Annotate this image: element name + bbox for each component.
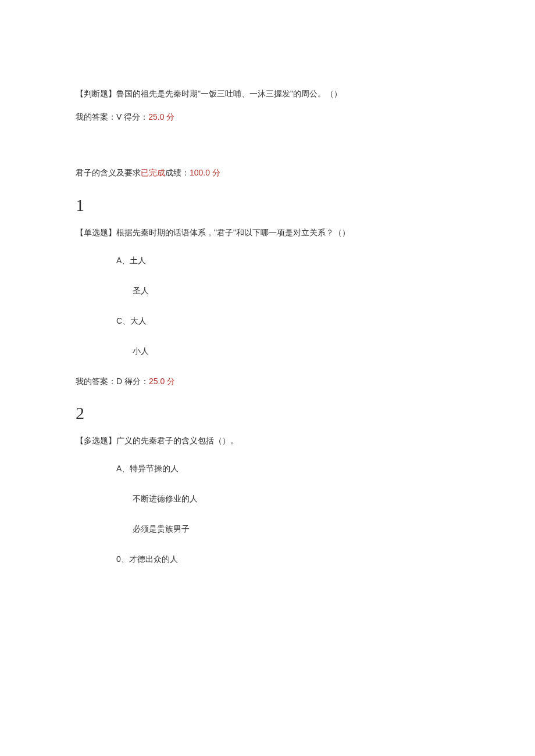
q1-answer-score: 25.0 分 bbox=[149, 377, 175, 386]
judgment-answer: 我的答案：V 得分：25.0 分 bbox=[76, 110, 459, 123]
section-score-label: 成绩： bbox=[165, 168, 190, 177]
q2-option-b: 不断进德修业的人 bbox=[133, 494, 459, 504]
question-number-1: 1 bbox=[76, 195, 459, 215]
q1-option-a: A、土人 bbox=[116, 256, 459, 266]
q1-answer-prefix: 我的答案：D 得分： bbox=[76, 377, 149, 386]
q1-option-c: C、大人 bbox=[116, 316, 459, 327]
q2-option-d: 0、才德出众的人 bbox=[116, 554, 459, 565]
q1-prompt: 【单选题】根据先秦时期的话语体系，"君子"和以下哪一项是对立关系？（） bbox=[76, 228, 459, 238]
answer-score: 25.0 分 bbox=[148, 112, 174, 121]
q1-options: A、土人 圣人 C、大人 小人 bbox=[116, 256, 459, 357]
q1-option-b: 圣人 bbox=[133, 286, 459, 296]
judgment-prompt: 【判断题】鲁国的祖先是先秦时期"一饭三吐哺、一沐三握发"的周公。（） bbox=[76, 87, 459, 100]
q2-options: A、特异节操的人 不断进德修业的人 必须是贵族男子 0、才德出众的人 bbox=[116, 464, 459, 565]
section-header: 君子的含义及要求已完成成绩：100.0 分 bbox=[76, 166, 459, 179]
question-number-2: 2 bbox=[76, 403, 459, 423]
q2-option-a: A、特异节操的人 bbox=[116, 464, 459, 474]
section-score: 100.0 分 bbox=[190, 168, 220, 177]
section-status: 已完成 bbox=[141, 168, 165, 177]
q1-answer: 我的答案：D 得分：25.0 分 bbox=[76, 377, 459, 387]
q2-option-c: 必须是贵族男子 bbox=[133, 524, 459, 535]
q2-prompt: 【多选题】广义的先秦君子的含义包括（）。 bbox=[76, 436, 459, 446]
q1-option-d: 小人 bbox=[133, 346, 459, 357]
answer-prefix: 我的答案：V 得分： bbox=[76, 112, 148, 121]
section-title-text: 君子的含义及要求 bbox=[76, 168, 141, 177]
